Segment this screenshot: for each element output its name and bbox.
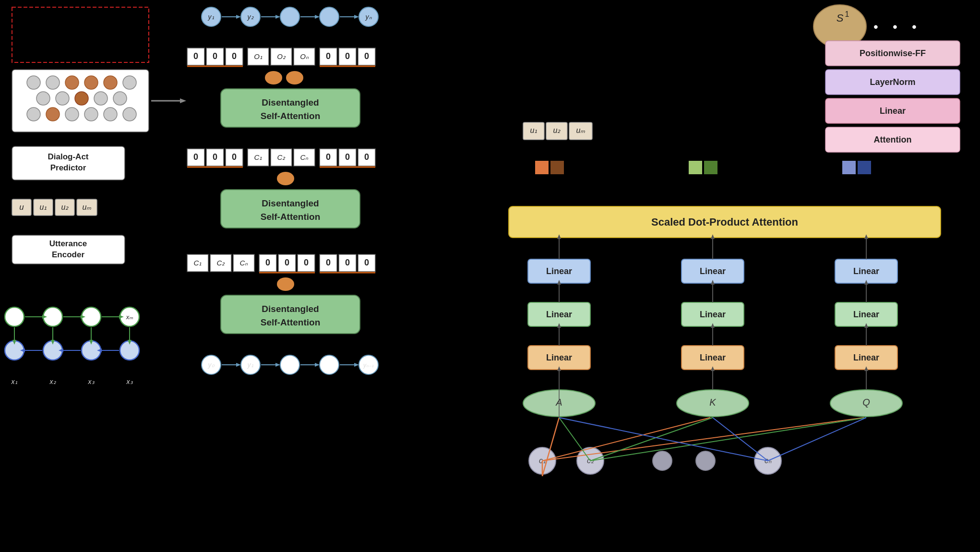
s1-superscript: 1	[845, 10, 849, 18]
dots-top-right3: •	[912, 19, 917, 34]
svg-text:0: 0	[364, 258, 369, 267]
layernorm-label: LayerNorm	[870, 77, 915, 87]
cdots1	[653, 451, 672, 470]
nn-circle	[104, 108, 117, 121]
cn-s3-label: Cₙ	[240, 259, 249, 267]
dsa-label-2b: Self-Attention	[261, 212, 321, 222]
token-u2-label: u₂	[61, 203, 69, 211]
y0-label: y₀	[208, 361, 215, 369]
sdpa-label: Scaled Dot-Product Attention	[651, 216, 798, 228]
linear-blue-1-label: Linear	[546, 266, 572, 276]
seq-x3-label: x₃	[88, 378, 95, 385]
svg-text:0: 0	[364, 51, 369, 61]
o2-label: O₂	[277, 52, 286, 60]
y1-label: y₁	[208, 13, 215, 21]
y1b-label: y₁	[247, 361, 254, 369]
dsa-label-1b: Self-Attention	[261, 111, 321, 121]
nn-circle	[123, 76, 136, 89]
cn-label: Cₙ	[300, 153, 309, 161]
cn-to-k	[713, 418, 768, 461]
k-label: K	[709, 397, 717, 408]
nn-circle	[27, 108, 40, 121]
q-label: Q	[862, 397, 870, 408]
u1-right-label: u₁	[530, 126, 538, 134]
svg-text:0: 0	[304, 258, 309, 267]
seq-x2-label: x₂	[49, 378, 56, 385]
linear-orange-2-label: Linear	[700, 353, 726, 362]
arrow-head	[354, 363, 359, 367]
nn-circle-orange	[84, 76, 98, 89]
svg-text:0: 0	[265, 258, 270, 267]
arrow-head	[236, 363, 241, 367]
c2-label: C₂	[277, 153, 286, 161]
dialog-act-label2: Predictor	[50, 163, 86, 172]
main-diagram: Dialog-Act Predictor u u₁ u₂ uₘ Utteranc…	[0, 0, 980, 552]
linear-orange-3-label: Linear	[853, 353, 879, 362]
yn-label: yₙ	[365, 13, 372, 21]
seq-x1-label: x₁	[11, 378, 18, 385]
linear-orange-1-label: Linear	[546, 353, 572, 362]
svg-text:0: 0	[213, 152, 217, 162]
dsa-box-3	[221, 295, 360, 334]
svg-text:0: 0	[285, 258, 289, 267]
arrow-head	[354, 15, 359, 19]
dialog-act-label: Dialog-Act	[48, 152, 89, 161]
cdots2	[696, 451, 715, 470]
arrow-head	[180, 98, 186, 103]
svg-text:0: 0	[345, 258, 350, 267]
svg-text:0: 0	[193, 152, 198, 162]
attention-label: Attention	[874, 135, 912, 144]
dsa-label-2: Disentangled	[262, 198, 319, 208]
dsa-label-3: Disentangled	[262, 304, 319, 314]
dsa-label-3b: Self-Attention	[261, 317, 321, 327]
dsa-box-1	[221, 89, 360, 127]
arrow-head	[315, 363, 320, 367]
arrow-head	[315, 15, 320, 19]
linear-blue-3-label: Linear	[853, 266, 879, 276]
nn-circle	[27, 76, 40, 89]
token-u-label: u	[19, 203, 24, 212]
ydots2-circle	[320, 7, 339, 26]
small-orange-2	[286, 71, 303, 84]
svg-text:0: 0	[213, 51, 217, 61]
c1-s3-label: C₁	[194, 259, 202, 267]
seq-node-g0	[5, 307, 24, 326]
svg-text:0: 0	[364, 152, 369, 162]
c1-to-k	[542, 418, 710, 461]
small-orange-s3	[277, 277, 294, 291]
seq-xm-label: xₘ	[126, 313, 134, 321]
c2-s3-label: C₂	[217, 259, 226, 267]
yn1-label: yₙ₋₁	[363, 362, 374, 369]
svg-text:0: 0	[232, 51, 237, 61]
color-sq-orange-1	[535, 161, 549, 174]
c2-to-q	[590, 418, 866, 461]
svg-text:0: 0	[193, 51, 198, 61]
nn-circle-orange	[46, 108, 60, 121]
svg-text:0: 0	[326, 152, 331, 162]
dsa-box-2	[221, 190, 360, 228]
c2-to-a	[559, 418, 590, 461]
svg-text:0: 0	[326, 51, 331, 61]
um-right-label: uₘ	[576, 126, 586, 134]
utterance-encoder-label2: Encoder	[52, 250, 84, 259]
small-orange-s2	[277, 172, 294, 185]
linear-blue-2-label: Linear	[700, 266, 726, 276]
svg-text:0: 0	[232, 152, 237, 162]
nn-circle-orange	[65, 76, 79, 89]
dots-top-right2: •	[893, 19, 897, 34]
red-dashed-box	[12, 7, 149, 62]
nn-circle-orange	[104, 76, 117, 89]
nn-circle	[113, 92, 127, 105]
linear-green-1-label: Linear	[546, 310, 572, 319]
nn-circle	[123, 108, 136, 121]
dsa-label-1: Disentangled	[262, 97, 319, 108]
svg-text:0: 0	[345, 152, 350, 162]
color-sq-brown-1	[550, 161, 564, 174]
linear-green-2-label: Linear	[700, 310, 726, 319]
c1-label: C₁	[254, 153, 263, 161]
seq-x3b-label: x₃	[126, 378, 133, 385]
nn-circle	[46, 76, 60, 89]
s1-label: S	[837, 12, 844, 24]
arrow-head	[275, 363, 280, 367]
svg-text:0: 0	[326, 258, 331, 267]
